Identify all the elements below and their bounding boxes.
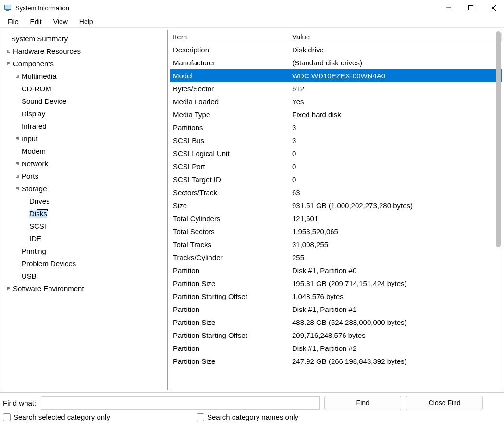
find-button[interactable]: Find [324, 396, 401, 410]
grid-row[interactable]: SCSI Logical Unit0 [170, 147, 502, 160]
grid-row[interactable]: Manufacturer(Standard disk drives) [170, 56, 502, 69]
grid-row[interactable]: SCSI Target ID0 [170, 173, 502, 186]
tree-ide[interactable]: IDE [3, 232, 166, 245]
tree-usb[interactable]: USB [3, 270, 166, 282]
grid-row[interactable]: Partition Size195.31 GB (209,714,151,424… [170, 277, 502, 290]
menu-file[interactable]: File [3, 17, 24, 26]
grid-header[interactable]: Item Value [170, 30, 502, 43]
minimize-button[interactable] [438, 0, 460, 15]
grid-row[interactable]: Partition Size247.92 GB (266,198,843,392… [170, 355, 502, 368]
grid-row[interactable]: Sectors/Track63 [170, 186, 502, 199]
tree-scsi[interactable]: SCSI [3, 220, 166, 232]
find-input[interactable] [41, 396, 320, 410]
cell-item: SCSI Logical Unit [170, 149, 290, 158]
tree-hardware-resources[interactable]: ⊞Hardware Resources [3, 45, 166, 57]
title-bar: System Information [0, 0, 504, 15]
grid-row[interactable]: ModelWDC WD10EZEX-00WN4A0 [170, 69, 502, 82]
tree-storage[interactable]: ⊟Storage [3, 182, 166, 195]
search-selected-checkbox[interactable]: Search selected category only [3, 413, 110, 421]
grid-row[interactable]: Size931.51 GB (1,000,202,273,280 bytes) [170, 199, 502, 212]
cell-value: 0 [290, 175, 502, 184]
grid-row[interactable]: Partitions3 [170, 121, 502, 134]
tree-infrared[interactable]: Infrared [3, 120, 166, 132]
grid-row[interactable]: PartitionDisk #1, Partition #2 [170, 342, 502, 355]
tree-network[interactable]: ⊞Network [3, 157, 166, 170]
grid-row[interactable]: Media LoadedYes [170, 95, 502, 108]
cell-value: 512 [290, 85, 502, 93]
cell-value: Disk #1, Partition #0 [290, 266, 502, 274]
cell-item: Partition Size [170, 357, 290, 365]
grid-row[interactable]: Partition Size488.28 GB (524,288,000,000… [170, 316, 502, 329]
cell-item: SCSI Bus [170, 137, 290, 145]
cell-value: 31,008,255 [290, 240, 502, 249]
detail-grid[interactable]: Item Value DescriptionDisk driveManufact… [170, 30, 502, 390]
tree-cdrom[interactable]: CD-ROM [3, 82, 166, 95]
cell-item: Partition Size [170, 318, 290, 326]
cell-item: Partition Size [170, 279, 290, 287]
close-find-button[interactable]: Close Find [406, 396, 483, 410]
cell-value: 195.31 GB (209,714,151,424 bytes) [290, 279, 502, 287]
tree-sound[interactable]: Sound Device [3, 95, 166, 107]
grid-row[interactable]: Total Sectors1,953,520,065 [170, 225, 502, 238]
tree-ports[interactable]: ⊞Ports [3, 170, 166, 182]
grid-row[interactable]: Partition Starting Offset209,716,248,576… [170, 329, 502, 342]
cell-item: Partition [170, 344, 290, 352]
cell-value: 0 [290, 162, 502, 171]
grid-row[interactable]: PartitionDisk #1, Partition #1 [170, 303, 502, 316]
find-bar: Find what: Find Close Find Search select… [0, 392, 504, 423]
svg-rect-2 [6, 10, 9, 11]
header-value[interactable]: Value [290, 33, 502, 41]
menu-view[interactable]: View [49, 17, 73, 26]
grid-row[interactable]: Partition Starting Offset1,048,576 bytes [170, 290, 502, 303]
cell-item: Tracks/Cylinder [170, 253, 290, 261]
cell-item: Bytes/Sector [170, 85, 290, 93]
cell-item: SCSI Port [170, 162, 290, 171]
cell-value: 247.92 GB (266,198,843,392 bytes) [290, 357, 502, 365]
tree-components[interactable]: ⊟Components [3, 57, 166, 70]
vertical-scrollbar[interactable] [496, 31, 501, 247]
category-tree[interactable]: ⊞System Summary ⊞Hardware Resources ⊟Com… [2, 30, 168, 390]
grid-row[interactable]: Total Cylinders121,601 [170, 212, 502, 225]
cell-item: Partition [170, 305, 290, 313]
grid-row[interactable]: Bytes/Sector512 [170, 82, 502, 95]
cell-value: 255 [290, 253, 502, 261]
tree-system-summary[interactable]: ⊞System Summary [3, 32, 166, 45]
tree-problem-devices[interactable]: Problem Devices [3, 257, 166, 270]
tree-input[interactable]: ⊞Input [3, 132, 166, 145]
menu-help[interactable]: Help [74, 17, 98, 26]
header-item[interactable]: Item [170, 33, 290, 41]
cell-value: Disk #1, Partition #1 [290, 305, 502, 313]
tree-drives[interactable]: Drives [3, 195, 166, 207]
tree-disks[interactable]: Disks [3, 207, 166, 220]
grid-row[interactable]: Total Tracks31,008,255 [170, 238, 502, 251]
cell-item: Description [170, 46, 290, 54]
close-button[interactable] [482, 0, 504, 15]
cell-value: 63 [290, 188, 502, 197]
grid-row[interactable]: SCSI Port0 [170, 160, 502, 173]
grid-row[interactable]: DescriptionDisk drive [170, 43, 502, 56]
tree-printing[interactable]: Printing [3, 245, 166, 257]
cell-value: Fixed hard disk [290, 111, 502, 119]
cell-item: Partition Starting Offset [170, 331, 290, 339]
grid-row[interactable]: SCSI Bus3 [170, 134, 502, 147]
cell-value: 931.51 GB (1,000,202,273,280 bytes) [290, 201, 502, 210]
cell-value: 488.28 GB (524,288,000,000 bytes) [290, 318, 502, 326]
cell-item: SCSI Target ID [170, 175, 290, 184]
grid-row[interactable]: Tracks/Cylinder255 [170, 251, 502, 264]
search-names-checkbox[interactable]: Search category names only [197, 413, 298, 421]
cell-value: 121,601 [290, 214, 502, 223]
cell-value: 1,953,520,065 [290, 227, 502, 236]
cell-value: 0 [290, 149, 502, 158]
maximize-button[interactable] [460, 0, 482, 15]
cell-value: 3 [290, 124, 502, 132]
tree-modem[interactable]: Modem [3, 145, 166, 157]
grid-row[interactable]: Media TypeFixed hard disk [170, 108, 502, 121]
menu-edit[interactable]: Edit [25, 17, 47, 26]
cell-item: Sectors/Track [170, 188, 290, 197]
grid-row[interactable]: PartitionDisk #1, Partition #0 [170, 264, 502, 277]
cell-value: WDC WD10EZEX-00WN4A0 [290, 72, 502, 80]
tree-display[interactable]: Display [3, 107, 166, 120]
tree-multimedia[interactable]: ⊞Multimedia [3, 70, 166, 82]
svg-rect-1 [5, 5, 11, 9]
tree-software-env[interactable]: ⊞Software Environment [3, 282, 166, 295]
